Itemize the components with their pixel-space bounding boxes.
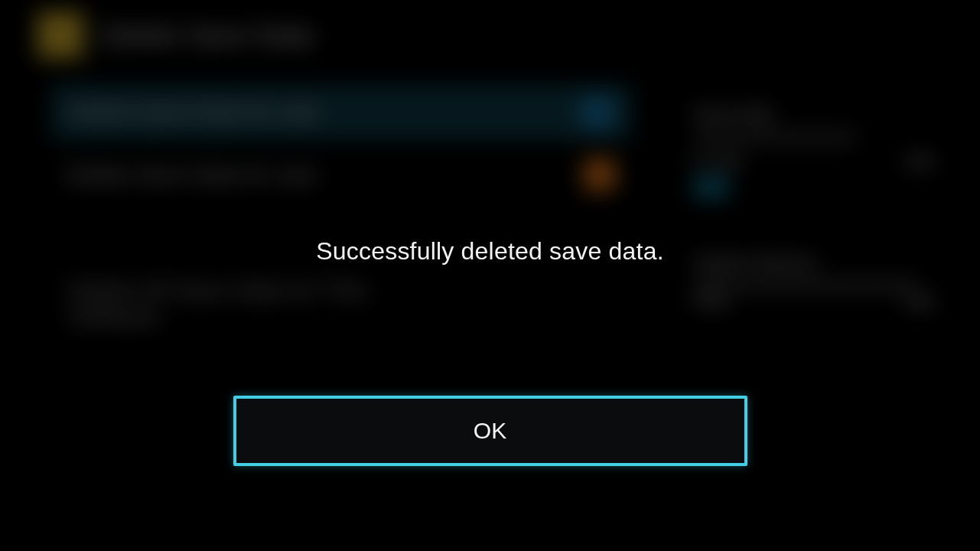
ok-button-label: OK (474, 418, 506, 444)
confirmation-dialog: Successfully deleted save data. OK (0, 0, 980, 551)
dialog-message: Successfully deleted save data. (316, 237, 663, 266)
ok-button[interactable]: OK (233, 396, 747, 466)
